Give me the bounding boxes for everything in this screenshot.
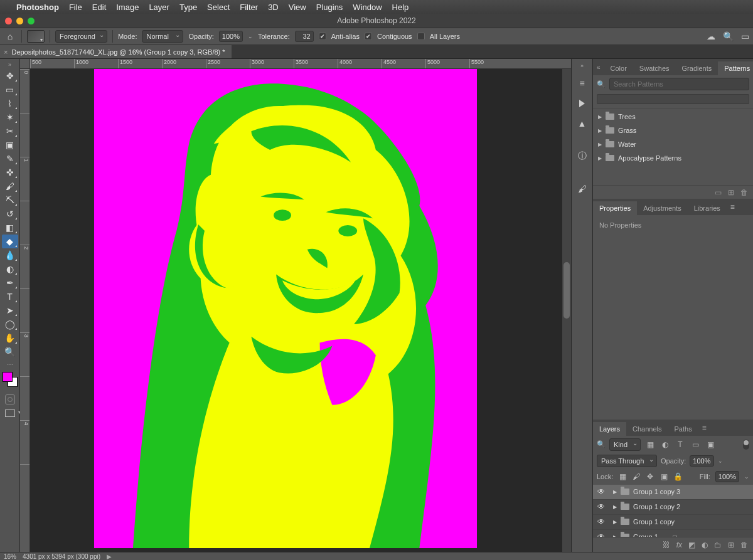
tab-adjustments[interactable]: Adjustments xyxy=(637,201,688,215)
history-icon[interactable]: ▲ xyxy=(574,115,590,132)
chevron-right-icon[interactable]: ▶ xyxy=(613,489,617,495)
opacity-input[interactable]: 100% xyxy=(219,31,243,42)
layer-mask-icon[interactable]: ◩ xyxy=(688,541,695,549)
doc-info[interactable]: 4301 px x 5394 px (300 ppi) xyxy=(23,553,100,560)
hand-tool[interactable]: ✋ xyxy=(2,331,18,345)
tab-libraries[interactable]: Libraries xyxy=(688,201,727,215)
visibility-icon[interactable]: 👁 xyxy=(597,502,606,511)
ruler-vertical[interactable]: 0 1 2 3 4 xyxy=(20,69,30,552)
new-layer-icon[interactable]: ⊞ xyxy=(728,541,734,549)
menu-3d[interactable]: 3D xyxy=(268,3,279,12)
zoom-level[interactable]: 16% xyxy=(4,553,16,560)
layer-row[interactable]: 👁 ▶ Group 1 copy 2 xyxy=(593,500,753,515)
opacity-flyout-icon[interactable]: ⌄ xyxy=(718,458,723,464)
layer-name[interactable]: Group 1 xyxy=(633,533,658,537)
pattern-group[interactable]: ▶Water xyxy=(593,137,753,151)
ruler-origin[interactable] xyxy=(20,59,30,69)
actions-icon[interactable] xyxy=(574,95,590,112)
collapse-tools-icon[interactable]: » xyxy=(8,61,11,68)
close-tab-icon[interactable]: × xyxy=(4,48,8,56)
close-window-icon[interactable] xyxy=(5,18,12,24)
layer-name[interactable]: Group 1 copy 3 xyxy=(633,488,680,495)
brush-settings-icon[interactable]: ≡ xyxy=(574,75,590,92)
filter-pixel-icon[interactable]: ▦ xyxy=(644,440,656,449)
all-layers-checkbox[interactable] xyxy=(417,33,425,40)
layer-blend-mode[interactable]: Pass Through xyxy=(597,455,657,467)
layer-name[interactable]: Group 1 copy 2 xyxy=(633,503,680,510)
lasso-tool[interactable]: ⌇ xyxy=(2,97,18,110)
move-tool[interactable]: ✥ xyxy=(2,69,18,83)
pattern-group[interactable]: ▶Apocalypse Patterns xyxy=(593,151,753,165)
clone-stamp-tool[interactable]: ⛏ xyxy=(2,193,18,207)
link-layers-icon[interactable]: ⛓ xyxy=(663,541,670,549)
pattern-preview-strip[interactable] xyxy=(597,94,749,104)
layer-row[interactable]: 👁 ▶ Group 1 xyxy=(593,530,753,537)
type-tool[interactable]: T xyxy=(2,290,18,304)
scrollbar-thumb[interactable] xyxy=(563,262,570,319)
layer-row[interactable]: 👁 ▶ Group 1 copy 3 xyxy=(593,485,753,500)
zoom-tool[interactable]: 🔍 xyxy=(2,345,18,359)
patterns-search-input[interactable] xyxy=(609,78,749,90)
fill-flyout-icon[interactable]: ⌄ xyxy=(744,473,749,480)
doc-info-flyout-icon[interactable]: ▶ xyxy=(107,553,112,560)
lock-transparency-icon[interactable]: ▦ xyxy=(618,472,627,481)
foreground-color-icon[interactable] xyxy=(3,372,13,382)
filter-smart-icon[interactable]: ▣ xyxy=(705,440,716,449)
blur-tool[interactable]: 💧 xyxy=(2,248,18,262)
search-app-icon[interactable]: 🔍 xyxy=(723,31,734,41)
lock-artboard-icon[interactable]: ▣ xyxy=(660,472,668,481)
info-icon[interactable]: ⓘ xyxy=(574,148,590,164)
layer-name[interactable]: Group 1 copy xyxy=(633,518,675,526)
menu-file[interactable]: File xyxy=(69,3,82,12)
lock-position-icon[interactable]: ✥ xyxy=(646,472,654,481)
document-canvas[interactable] xyxy=(94,69,477,548)
menu-view[interactable]: View xyxy=(289,3,306,12)
layer-style-icon[interactable]: fx xyxy=(676,541,682,549)
tab-channels[interactable]: Channels xyxy=(626,422,668,436)
tab-patterns[interactable]: Patterns xyxy=(718,61,753,75)
tolerance-input[interactable]: 32 xyxy=(295,31,314,42)
lock-all-icon[interactable]: 🔒 xyxy=(673,472,682,481)
menu-edit[interactable]: Edit xyxy=(92,3,106,12)
ruler-horizontal[interactable]: 500 1000 1500 2000 2500 3000 3500 4000 4… xyxy=(30,59,571,69)
chevron-right-icon[interactable]: ▶ xyxy=(613,504,617,510)
minimize-window-icon[interactable] xyxy=(16,18,23,24)
tab-gradients[interactable]: Gradients xyxy=(676,61,718,75)
menu-image[interactable]: Image xyxy=(116,3,139,12)
visibility-icon[interactable]: 👁 xyxy=(597,487,606,496)
pen-tool[interactable]: ✒ xyxy=(2,276,18,290)
pattern-group[interactable]: ▶Grass xyxy=(593,124,753,137)
tab-properties[interactable]: Properties xyxy=(593,201,637,215)
pattern-group[interactable]: ▶Trees xyxy=(593,110,753,124)
frame-tool[interactable]: ▣ xyxy=(2,138,18,152)
shape-tool[interactable]: ◯ xyxy=(2,317,18,331)
crop-tool[interactable]: ✂ xyxy=(2,124,18,138)
brush-tool[interactable]: 🖌 xyxy=(2,179,18,193)
new-group-icon[interactable]: 🗀 xyxy=(714,541,722,549)
cloud-docs-icon[interactable]: ☁ xyxy=(707,31,715,41)
layer-fill-input[interactable]: 100% xyxy=(715,471,739,482)
blend-mode-select[interactable]: Normal xyxy=(142,30,183,43)
dodge-tool[interactable]: ◐ xyxy=(2,262,18,276)
object-selection-tool[interactable]: ✶ xyxy=(2,110,18,124)
filter-search-icon[interactable]: 🔍 xyxy=(597,440,606,448)
panel-menu-icon[interactable]: ≡ xyxy=(727,203,739,211)
visibility-icon[interactable]: 👁 xyxy=(597,532,606,537)
lock-pixels-icon[interactable]: 🖌 xyxy=(632,472,641,481)
expand-dock-icon[interactable]: » xyxy=(580,63,584,69)
quick-mask-icon[interactable] xyxy=(5,394,15,404)
filter-shape-icon[interactable]: ▭ xyxy=(690,440,701,449)
menu-layer[interactable]: Layer xyxy=(149,3,169,12)
contiguous-checkbox[interactable] xyxy=(365,33,372,40)
panel-menu-icon[interactable]: ≡ xyxy=(698,423,710,432)
document-tab[interactable]: × Depositphotos_518717440_XL.jpg @ 16% (… xyxy=(0,45,232,58)
marquee-tool[interactable]: ▭ xyxy=(2,83,18,97)
canvas-area[interactable]: 500 1000 1500 2000 2500 3000 3500 4000 4… xyxy=(20,59,571,552)
workspace-switcher-icon[interactable]: ▭ xyxy=(741,31,749,41)
collapse-panel-icon[interactable]: « xyxy=(593,64,604,71)
eyedropper-tool[interactable]: ✎ xyxy=(2,152,18,166)
vertical-scrollbar[interactable] xyxy=(562,69,571,552)
new-pattern-icon[interactable]: ⊞ xyxy=(728,188,734,197)
tab-paths[interactable]: Paths xyxy=(668,422,698,436)
tab-swatches[interactable]: Swatches xyxy=(633,61,676,75)
